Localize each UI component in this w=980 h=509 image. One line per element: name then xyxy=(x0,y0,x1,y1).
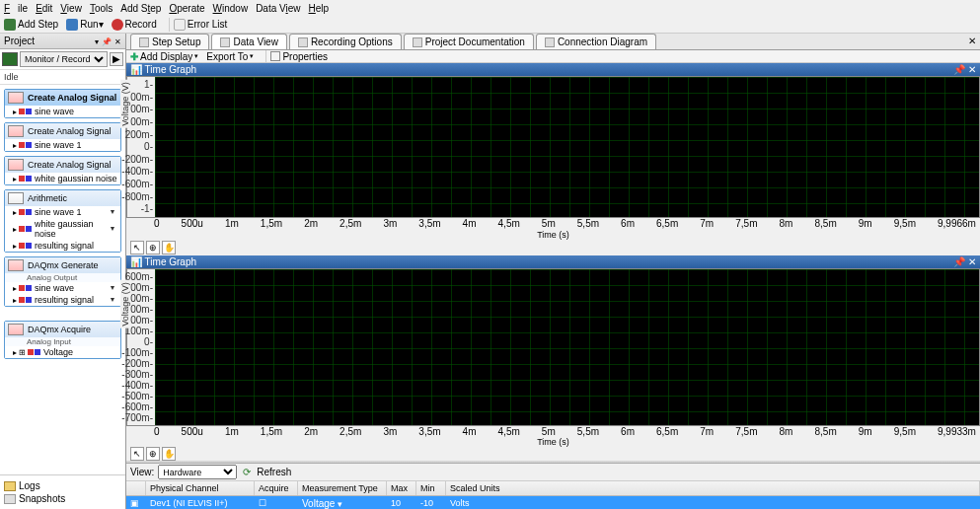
step-signal-row[interactable]: ▸ sine wave 1 ▼ xyxy=(5,206,120,218)
menu-view[interactable]: View xyxy=(60,3,82,14)
panel-dropdown-icon[interactable]: ▾ xyxy=(95,37,99,46)
project-title-label: Project xyxy=(4,36,35,46)
tree-logs[interactable]: Logs xyxy=(4,479,121,492)
step-signal-row[interactable]: ▸ sine wave 1 xyxy=(5,139,120,151)
tab-icon xyxy=(545,37,555,47)
plot-area[interactable] xyxy=(155,77,979,217)
project-icon xyxy=(2,52,18,66)
graph-close-icon[interactable]: ✕ xyxy=(968,256,976,267)
cv-th-scaled[interactable]: Scaled Units xyxy=(446,481,980,495)
step-signal-row[interactable]: ▸ white gaussian noise xyxy=(5,173,120,184)
tab-project-documentation[interactable]: Project Documentation xyxy=(404,34,534,49)
menu-dataview[interactable]: Data View xyxy=(256,3,300,14)
step-header[interactable]: Create Analog Signal xyxy=(5,123,120,139)
record-button[interactable]: Record xyxy=(112,19,157,31)
graph-pin-icon[interactable]: 📌 xyxy=(953,64,965,75)
menu-window[interactable]: Window xyxy=(213,3,249,14)
step-signal-row[interactable]: ▸ sine wave ▼ xyxy=(5,282,120,294)
step-icon xyxy=(8,192,24,204)
signal-name: sine wave 1 xyxy=(35,140,117,150)
signal-type-icon-2 xyxy=(26,209,32,215)
step-header[interactable]: Create Analog Signal xyxy=(5,90,120,106)
menu-edit[interactable]: Edit xyxy=(36,3,52,14)
cv-data-row[interactable]: ▣ Dev1 (NI ELVIS II+) ☐ Voltage ▾ 10 -10… xyxy=(126,496,980,509)
signal-dropdown-icon[interactable]: ▼ xyxy=(108,284,117,292)
play-button[interactable]: ▶ xyxy=(110,52,123,66)
step-title: Arithmetic xyxy=(28,193,117,203)
tab-step-setup[interactable]: Step Setup xyxy=(130,34,209,49)
run-button[interactable]: Run ▾ xyxy=(66,19,103,31)
step-block[interactable]: Create Analog Signal ▸ sine wave xyxy=(4,89,121,118)
step-block[interactable]: Create Analog Signal ▸ white gaussian no… xyxy=(4,156,121,185)
tab-icon xyxy=(413,37,422,47)
graph-tool-cursor[interactable]: ↖ xyxy=(130,241,144,254)
signal-name: sine wave xyxy=(35,107,117,116)
step-signal-row[interactable]: ▸ resulting signal ▼ xyxy=(5,294,120,306)
refresh-icon[interactable]: ⟳ xyxy=(243,467,251,477)
panel-pin-icon[interactable]: 📌 xyxy=(102,37,112,46)
signal-type-icon-2 xyxy=(35,349,40,355)
graph-titlebar[interactable]: 📊 Time Graph 📌✕ xyxy=(126,255,980,268)
cv-th-max[interactable]: Max xyxy=(387,481,416,495)
signal-dropdown-icon[interactable]: ▼ xyxy=(108,225,117,233)
cv-view-select[interactable]: Hardware xyxy=(158,465,237,479)
tab-icon xyxy=(298,37,308,47)
step-block[interactable]: DAQmx GenerateAnalog Output ▸ sine wave … xyxy=(4,256,121,307)
panel-close-icon[interactable]: ✕ xyxy=(114,37,121,46)
graph-tool-zoom[interactable]: ⊕ xyxy=(146,447,160,461)
step-header[interactable]: Create Analog Signal xyxy=(5,157,120,173)
steps-area: Create Analog Signal ▸ sine wave Create … xyxy=(0,85,125,474)
signal-type-icon xyxy=(19,285,25,291)
step-header[interactable]: DAQmx Generate xyxy=(5,257,120,273)
step-signal-row[interactable]: ▸ white gaussian noise ▼ xyxy=(5,218,120,240)
step-signal-row[interactable]: ▸ ⊞ Voltage xyxy=(5,346,120,358)
cv-th-physical[interactable]: Physical Channel xyxy=(146,481,255,495)
properties-button[interactable]: Properties xyxy=(270,51,328,62)
graph-tool-zoom[interactable]: ⊕ xyxy=(146,241,160,254)
adddisplay-button[interactable]: ✚Add Display▾ xyxy=(130,51,198,62)
signal-name: white gaussian noise xyxy=(35,219,108,239)
tree-snapshots[interactable]: Snapshots xyxy=(4,492,121,505)
graph-title-label: 📊 Time Graph xyxy=(130,64,196,75)
menu-operate[interactable]: Operate xyxy=(169,3,204,14)
tab-connection-diagram[interactable]: Connection Diagram xyxy=(536,34,656,49)
mode-select[interactable]: Monitor / Record xyxy=(20,51,108,67)
cv-th-measurement[interactable]: Measurement Type xyxy=(298,481,387,495)
signal-name: sine wave xyxy=(35,283,108,293)
graph-tool-pan[interactable]: ✋ xyxy=(162,241,176,254)
step-signal-row[interactable]: ▸ resulting signal xyxy=(5,240,120,252)
tab-data-view[interactable]: Data View xyxy=(211,34,286,49)
menu-addstep[interactable]: Add Step xyxy=(120,3,161,14)
y-axis-label: Voltage (V) xyxy=(120,280,130,328)
cv-th-acquire[interactable]: Acquire xyxy=(255,481,298,495)
errorlist-button[interactable]: Error List xyxy=(174,19,228,31)
tab-recording-options[interactable]: Recording Options xyxy=(289,34,402,49)
step-block[interactable]: DAQmx AcquireAnalog Input ▸ ⊞ Voltage xyxy=(4,321,121,359)
graph-tool-cursor[interactable]: ↖ xyxy=(130,447,144,461)
menu-help[interactable]: Help xyxy=(309,3,330,14)
signal-dropdown-icon[interactable]: ▼ xyxy=(108,208,117,216)
cv-view-label: View: xyxy=(130,467,154,477)
folder-icon xyxy=(4,481,16,491)
menu-file[interactable]: File xyxy=(4,3,28,14)
cv-th-min[interactable]: Min xyxy=(416,481,446,495)
addstep-button[interactable]: Add Step xyxy=(4,19,58,31)
graph-tool-pan[interactable]: ✋ xyxy=(162,447,176,461)
step-header[interactable]: DAQmx Acquire xyxy=(5,322,120,337)
graph-pin-icon[interactable]: 📌 xyxy=(953,256,965,267)
x-axis: 0500u1m1,5m2m2,5m3m3,5m4m4,5m5m5,5m6m6,5… xyxy=(126,426,980,447)
step-block[interactable]: Create Analog Signal ▸ sine wave 1 xyxy=(4,122,121,152)
tabs-close-icon[interactable]: ✕ xyxy=(968,36,976,46)
signal-dropdown-icon[interactable]: ▼ xyxy=(108,296,117,304)
graph-titlebar[interactable]: 📊 Time Graph 📌✕ xyxy=(126,63,980,76)
step-header[interactable]: Arithmetic xyxy=(5,190,120,206)
step-title: Create Analog Signal xyxy=(28,160,117,170)
graph-close-icon[interactable]: ✕ xyxy=(968,64,976,75)
step-block[interactable]: Arithmetic ▸ sine wave 1 ▼ ▸ white gauss… xyxy=(4,189,121,253)
cv-refresh-button[interactable]: Refresh xyxy=(257,467,291,477)
menu-tools[interactable]: Tools xyxy=(90,3,113,14)
main-toolbar: Add Step Run ▾ Record Error List xyxy=(0,16,980,34)
step-signal-row[interactable]: ▸ sine wave xyxy=(5,106,120,117)
exportto-button[interactable]: Export To▾ xyxy=(206,51,254,62)
plot-area[interactable] xyxy=(155,269,979,425)
